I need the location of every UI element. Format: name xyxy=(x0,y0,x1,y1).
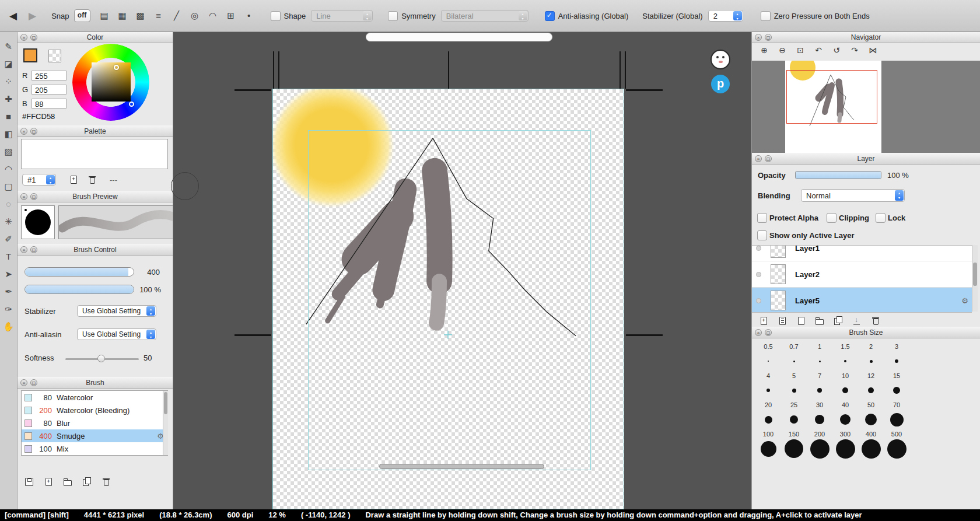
undo-icon[interactable]: ◀ xyxy=(9,10,17,22)
collapse-icon[interactable]: ◻ xyxy=(765,34,772,41)
brush-size-option[interactable] xyxy=(832,379,858,401)
bucket-tool-icon[interactable]: ◧ xyxy=(2,127,15,142)
delete-brush-icon[interactable] xyxy=(102,477,111,487)
lock-checkbox[interactable] xyxy=(876,213,886,223)
duplicate-layer-icon[interactable] xyxy=(834,316,843,326)
navigator-view[interactable] xyxy=(752,61,980,153)
flip-icon[interactable]: ⋈ xyxy=(866,46,880,55)
layer-visibility-dot[interactable] xyxy=(756,246,761,251)
halftone-layer-icon[interactable] xyxy=(778,316,787,326)
brush-size-option[interactable] xyxy=(832,350,858,372)
stabilizer-setting-select[interactable]: Use Global Setting ▴▾ xyxy=(77,305,156,317)
brush-size-option[interactable] xyxy=(807,438,832,460)
collapse-icon[interactable]: ◻ xyxy=(30,128,37,135)
collapse-icon[interactable]: ◻ xyxy=(30,193,37,200)
layer-row[interactable]: Layer2 xyxy=(752,261,972,288)
shape-select[interactable]: Line ▴▾ xyxy=(311,10,373,22)
brush-size-option[interactable] xyxy=(884,350,909,372)
layer-row[interactable]: Layer5⚙ xyxy=(752,288,972,313)
softness-knob[interactable] xyxy=(97,355,105,362)
delete-layer-icon[interactable] xyxy=(871,316,880,326)
save-brush-icon[interactable] xyxy=(24,477,34,487)
brush-list-item[interactable]: 80Watercolor xyxy=(22,391,167,404)
snap-curve-icon[interactable]: ◠ xyxy=(205,9,220,22)
show-only-active-checkbox[interactable] xyxy=(757,230,767,240)
add-layer-icon[interactable] xyxy=(759,316,768,326)
brush-size-option[interactable] xyxy=(755,350,781,372)
brush-tool-icon[interactable]: ✒ xyxy=(2,285,15,300)
horizontal-scrollbar[interactable] xyxy=(379,464,544,469)
rotate-ccw-icon[interactable]: ↶ xyxy=(811,46,825,55)
close-icon[interactable]: × xyxy=(755,155,762,162)
close-icon[interactable]: × xyxy=(755,34,762,41)
move-tool-icon[interactable]: ✚ xyxy=(2,92,15,107)
channel-value-input[interactable]: 205 xyxy=(32,85,66,95)
window-title-pill[interactable] xyxy=(366,33,552,41)
gear-icon[interactable]: ⚙ xyxy=(961,296,968,305)
close-icon[interactable]: × xyxy=(755,329,762,336)
snap-grid-icon[interactable]: ▦ xyxy=(115,9,130,22)
canvas-area[interactable] xyxy=(173,32,751,509)
zoom-in-icon[interactable]: ⊕ xyxy=(757,46,771,55)
brush-list-item[interactable]: 100Mix xyxy=(22,442,167,455)
channel-value-input[interactable]: 255 xyxy=(32,71,66,81)
layer-visibility-dot[interactable] xyxy=(756,272,761,277)
close-icon[interactable]: × xyxy=(20,246,27,253)
antialiasing-checkbox[interactable] xyxy=(545,11,555,21)
layer-visibility-dot[interactable] xyxy=(756,298,761,303)
brush-size-option[interactable] xyxy=(755,379,781,401)
brush-list-item[interactable]: 400Smudge⚙ xyxy=(22,429,167,442)
brush-size-option[interactable] xyxy=(832,438,858,460)
palette-list[interactable] xyxy=(21,139,168,169)
snap-diagonal-icon[interactable]: ╱ xyxy=(169,9,184,22)
zoom-out-icon[interactable]: ⊖ xyxy=(775,46,789,55)
brush-size-option[interactable] xyxy=(807,408,832,431)
add-brush-icon[interactable] xyxy=(44,477,53,487)
duplicate-brush-icon[interactable] xyxy=(82,477,92,487)
eyedropper-tool-icon[interactable]: ✑ xyxy=(2,302,15,317)
eraser-tool-icon[interactable]: ◪ xyxy=(2,57,15,72)
brush-size-option[interactable] xyxy=(755,438,781,460)
brush-size-option[interactable] xyxy=(781,350,807,372)
rotate-cw-icon[interactable]: ↷ xyxy=(848,46,862,55)
saturation-value-square[interactable] xyxy=(92,62,131,102)
clipping-checkbox[interactable] xyxy=(827,213,836,223)
zero-pressure-checkbox[interactable] xyxy=(761,11,771,21)
layer-option-icon[interactable] xyxy=(796,316,806,326)
collapse-icon[interactable]: ◻ xyxy=(30,246,37,253)
close-icon[interactable]: × xyxy=(20,128,27,135)
gradient-tool-icon[interactable]: ▨ xyxy=(2,145,15,160)
select-pen-tool-icon[interactable]: ✐ xyxy=(2,232,15,247)
select-rect-tool-icon[interactable]: ▢ xyxy=(2,180,15,195)
softness-slider[interactable] xyxy=(65,358,139,360)
pointer-tool-icon[interactable]: ➤ xyxy=(2,267,15,282)
collapse-icon[interactable]: ◻ xyxy=(765,329,772,336)
protect-alpha-checkbox[interactable] xyxy=(757,213,767,223)
antialias-setting-select[interactable]: Use Global Setting ▴▾ xyxy=(77,328,156,340)
snap-concentric-icon[interactable]: ◎ xyxy=(187,9,202,22)
hue-marker[interactable] xyxy=(129,102,134,107)
brush-size-option[interactable] xyxy=(884,438,909,460)
navigator-view-rect[interactable] xyxy=(786,70,877,124)
close-icon[interactable]: × xyxy=(20,379,27,386)
snap-dot-icon[interactable]: • xyxy=(242,9,257,22)
fill-rect-tool-icon[interactable]: ■ xyxy=(2,110,15,125)
foreground-swatch[interactable] xyxy=(23,48,37,62)
brush-size-option[interactable] xyxy=(781,379,807,401)
brush-size-option[interactable] xyxy=(884,408,909,431)
close-icon[interactable]: × xyxy=(20,193,27,200)
snap-grid-fine-icon[interactable]: ▩ xyxy=(133,9,148,22)
brush-size-slider[interactable] xyxy=(24,267,134,277)
collapse-icon[interactable]: ◻ xyxy=(30,379,37,386)
document-canvas[interactable] xyxy=(272,89,624,509)
layer-row[interactable]: Layer1 xyxy=(752,246,972,261)
sv-marker[interactable] xyxy=(114,65,119,70)
symmetry-select[interactable]: Bilateral ▴▾ xyxy=(441,10,528,22)
shape-checkbox[interactable] xyxy=(271,11,281,21)
brush-list-scrollbar[interactable] xyxy=(163,391,168,455)
brush-size-option[interactable] xyxy=(858,350,884,372)
palette-select[interactable]: #1 ▴▾ xyxy=(22,174,56,186)
add-folder-icon[interactable] xyxy=(815,316,824,326)
text-tool-icon[interactable]: T xyxy=(2,250,15,265)
snap-rows-icon[interactable]: ≡ xyxy=(151,9,166,22)
